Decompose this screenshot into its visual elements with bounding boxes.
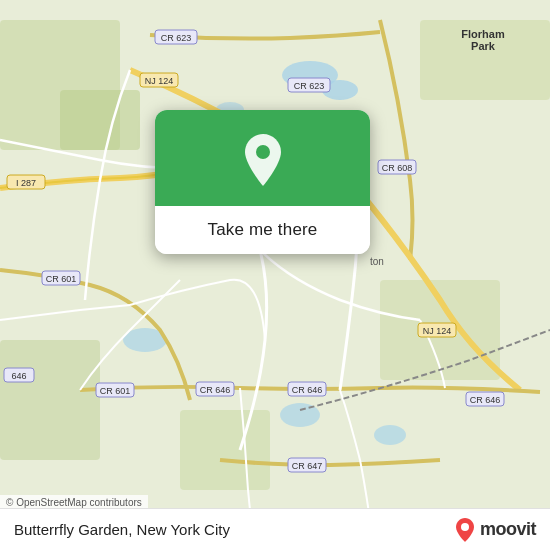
take-me-there-button[interactable]: Take me there (155, 206, 370, 254)
moovit-logo: moovit (454, 517, 536, 543)
location-label: Butterrfly Garden, New York City (14, 521, 230, 538)
svg-text:CR 623: CR 623 (294, 81, 325, 91)
svg-point-41 (256, 145, 270, 159)
svg-rect-10 (180, 410, 270, 490)
svg-text:Florham: Florham (461, 28, 505, 40)
bottom-info: Butterrfly Garden, New York City moovit (0, 508, 550, 550)
popup-header (155, 110, 370, 206)
moovit-brand-label: moovit (480, 519, 536, 540)
moovit-pin-icon (454, 517, 476, 543)
svg-point-42 (461, 523, 469, 531)
popup-card: Take me there (155, 110, 370, 254)
svg-text:CR 601: CR 601 (100, 386, 131, 396)
svg-text:NJ 124: NJ 124 (423, 326, 452, 336)
svg-rect-7 (60, 90, 140, 150)
svg-text:NJ 124: NJ 124 (145, 76, 174, 86)
svg-text:CR 646: CR 646 (200, 385, 231, 395)
svg-rect-9 (0, 340, 100, 460)
attribution-text: © OpenStreetMap contributors (6, 497, 142, 508)
svg-text:Park: Park (471, 40, 496, 52)
svg-text:CR 646: CR 646 (470, 395, 501, 405)
svg-text:CR 601: CR 601 (46, 274, 77, 284)
svg-point-4 (374, 425, 406, 445)
svg-text:ton: ton (370, 256, 384, 267)
map-container: CR 623 CR 623 NJ 124 CR 601 CR 601 CR 60… (0, 0, 550, 550)
svg-text:646: 646 (11, 371, 26, 381)
svg-text:CR 623: CR 623 (161, 33, 192, 43)
svg-text:I 287: I 287 (16, 178, 36, 188)
svg-text:CR 647: CR 647 (292, 461, 323, 471)
svg-text:CR 608: CR 608 (382, 163, 413, 173)
bottom-bar: Butterrfly Garden, New York City moovit (0, 508, 550, 550)
map-svg: CR 623 CR 623 NJ 124 CR 601 CR 601 CR 60… (0, 0, 550, 550)
svg-text:CR 646: CR 646 (292, 385, 323, 395)
location-pin-icon (239, 132, 287, 188)
